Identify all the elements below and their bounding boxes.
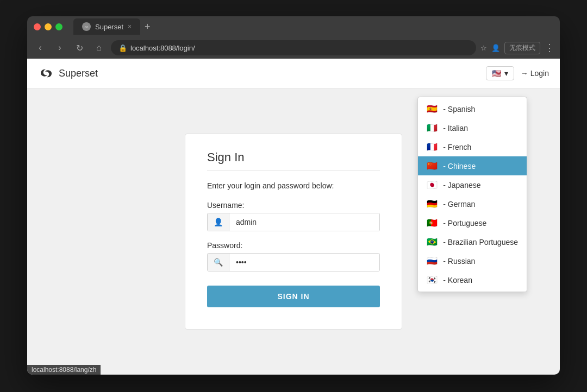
tab-close-button[interactable]: × xyxy=(128,23,132,30)
language-dropdown: 🇪🇸 - Spanish 🇮🇹 - Italian 🇫🇷 - French 🇨🇳… xyxy=(417,97,527,292)
address-bar[interactable]: 🔒 localhost:8088/login/ xyxy=(111,40,476,55)
german-flag: 🇩🇪 xyxy=(427,199,438,209)
traffic-lights xyxy=(34,23,63,30)
status-bar: localhost:8088/lang/zh xyxy=(27,365,101,375)
lang-dropdown-arrow: ▾ xyxy=(504,69,508,78)
back-button[interactable]: ‹ xyxy=(33,40,48,55)
spanish-label: - Spanish xyxy=(443,105,475,113)
lang-item-korean[interactable]: 🇰🇷 - Korean xyxy=(418,270,527,289)
title-bar: ∞ Superset × + xyxy=(27,16,560,37)
close-window-button[interactable] xyxy=(34,23,41,30)
current-lang-flag: 🇺🇸 xyxy=(492,69,501,78)
tab-favicon: ∞ xyxy=(82,22,91,31)
nav-right: ☆ 👤 无痕模式 ⋮ xyxy=(480,42,554,54)
username-input[interactable] xyxy=(229,213,379,231)
french-label: - French xyxy=(443,143,471,151)
forward-button[interactable]: › xyxy=(52,40,67,55)
russian-label: - Russian xyxy=(443,257,475,265)
portuguese-flag: 🇵🇹 xyxy=(427,218,438,228)
lang-item-russian[interactable]: 🇷🇺 - Russian xyxy=(418,251,527,270)
lang-item-french[interactable]: 🇫🇷 - French xyxy=(418,137,527,156)
japanese-label: - Japanese xyxy=(443,181,480,189)
sign-in-button[interactable]: SIGN IN xyxy=(207,286,380,307)
incognito-button[interactable]: 无痕模式 xyxy=(504,42,540,54)
password-input-group: 🔍 xyxy=(207,253,380,271)
lang-item-chinese[interactable]: 🇨🇳 - Chinese xyxy=(418,156,527,175)
superset-logo-icon xyxy=(38,65,54,81)
page-content: Superset 🇺🇸 ▾ → Login Sign In Enter your… xyxy=(27,59,560,375)
home-button[interactable]: ⌂ xyxy=(91,40,107,55)
header-right: 🇺🇸 ▾ → Login xyxy=(486,66,549,80)
login-icon: → xyxy=(521,69,528,78)
italian-flag: 🇮🇹 xyxy=(427,123,438,133)
chinese-flag: 🇨🇳 xyxy=(427,161,438,171)
status-url: localhost:8088/lang/zh xyxy=(32,366,96,374)
french-flag: 🇫🇷 xyxy=(427,142,438,152)
sign-in-title: Sign In xyxy=(207,150,380,165)
brazilian-flag: 🇧🇷 xyxy=(427,237,438,247)
logo-area: Superset xyxy=(38,65,98,81)
logo-text: Superset xyxy=(59,68,98,79)
active-tab[interactable]: ∞ Superset × xyxy=(73,18,140,35)
brazilian-label: - Brazilian Portuguese xyxy=(443,238,518,246)
password-icon: 🔍 xyxy=(208,254,229,271)
italian-label: - Italian xyxy=(443,124,468,132)
tab-bar: ∞ Superset × + xyxy=(73,18,553,35)
chinese-label: - Chinese xyxy=(443,162,476,170)
browser-menu-button[interactable]: ⋮ xyxy=(545,42,554,54)
german-label: - German xyxy=(443,200,475,208)
username-input-group: 👤 xyxy=(207,213,380,231)
account-icon: 👤 xyxy=(491,44,500,52)
lang-item-german[interactable]: 🇩🇪 - German xyxy=(418,194,527,213)
lock-icon: 🔒 xyxy=(118,44,127,52)
sign-in-subtitle: Enter your login and password below: xyxy=(207,181,380,190)
minimize-window-button[interactable] xyxy=(45,23,52,30)
portuguese-label: - Portuguese xyxy=(443,219,486,227)
tab-title: Superset xyxy=(95,23,123,31)
username-label: Username: xyxy=(207,201,380,210)
password-label: Password: xyxy=(207,241,380,250)
login-label: Login xyxy=(530,69,549,78)
spanish-flag: 🇪🇸 xyxy=(427,104,438,114)
title-divider xyxy=(207,170,380,170)
new-tab-button[interactable]: + xyxy=(145,21,151,33)
lang-item-spanish[interactable]: 🇪🇸 - Spanish xyxy=(418,99,527,118)
korean-flag: 🇰🇷 xyxy=(427,275,438,285)
lang-item-brazilian-portuguese[interactable]: 🇧🇷 - Brazilian Portuguese xyxy=(418,232,527,251)
password-input[interactable] xyxy=(229,254,379,271)
maximize-window-button[interactable] xyxy=(55,23,63,30)
korean-label: - Korean xyxy=(443,276,472,284)
lang-item-portuguese[interactable]: 🇵🇹 - Portuguese xyxy=(418,213,527,232)
app-header: Superset 🇺🇸 ▾ → Login xyxy=(27,59,560,88)
lang-item-italian[interactable]: 🇮🇹 - Italian xyxy=(418,118,527,137)
bookmark-icon[interactable]: ☆ xyxy=(480,44,487,52)
user-icon: 👤 xyxy=(208,213,229,231)
nav-bar: ‹ › ↻ ⌂ 🔒 localhost:8088/login/ ☆ 👤 无痕模式… xyxy=(27,37,560,59)
language-selector-button[interactable]: 🇺🇸 ▾ xyxy=(486,66,514,80)
login-button[interactable]: → Login xyxy=(521,69,549,78)
russian-flag: 🇷🇺 xyxy=(427,256,438,266)
address-text: localhost:8088/login/ xyxy=(130,44,195,52)
browser-window: ∞ Superset × + ‹ › ↻ ⌂ 🔒 localhost:8088/… xyxy=(27,16,560,375)
japanese-flag: 🇯🇵 xyxy=(427,180,438,190)
login-card: Sign In Enter your login and password be… xyxy=(185,134,402,330)
lang-item-japanese[interactable]: 🇯🇵 - Japanese xyxy=(418,175,527,194)
refresh-button[interactable]: ↻ xyxy=(72,40,87,55)
